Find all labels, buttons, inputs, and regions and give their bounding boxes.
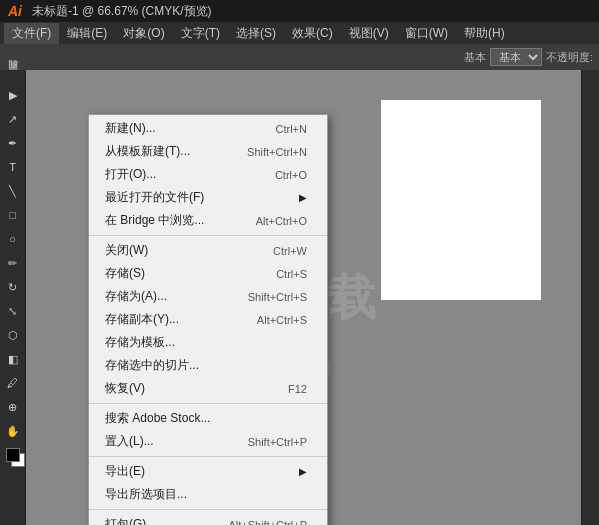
menu-save-slices[interactable]: 存储选中的切片... xyxy=(89,354,327,377)
panel-label: 椭圆 xyxy=(4,74,22,82)
menu-package-label: 打包(G)... xyxy=(105,516,156,525)
menu-save[interactable]: 存储(S) Ctrl+S xyxy=(89,262,327,285)
line-tool[interactable]: ╲ xyxy=(2,180,24,202)
gradient-tool[interactable]: ◧ xyxy=(2,348,24,370)
menu-export-arrow: ▶ xyxy=(299,466,307,477)
menu-close-label: 关闭(W) xyxy=(105,242,148,259)
menu-recent-arrow: ▶ xyxy=(299,192,307,203)
menu-save-label: 存储(S) xyxy=(105,265,145,282)
menu-object[interactable]: 对象(O) xyxy=(115,23,172,44)
menu-effect[interactable]: 效果(C) xyxy=(284,23,341,44)
menu-help[interactable]: 帮助(H) xyxy=(456,23,513,44)
menu-select[interactable]: 选择(S) xyxy=(228,23,284,44)
rotate-tool[interactable]: ↻ xyxy=(2,276,24,298)
brush-tool[interactable]: ✏ xyxy=(2,252,24,274)
menu-save-shortcut: Ctrl+S xyxy=(276,268,307,280)
sep1 xyxy=(89,235,327,236)
blend-tool[interactable]: ⬡ xyxy=(2,324,24,346)
canvas-area: 安下载 com 新建(N)... Ctrl+N 从模板新建(T)... Shif… xyxy=(26,70,581,525)
menu-bridge[interactable]: 在 Bridge 中浏览... Alt+Ctrl+O xyxy=(89,209,327,232)
select-tool[interactable]: ▶ xyxy=(2,84,24,106)
pen-tool[interactable]: ✒ xyxy=(2,132,24,154)
menu-new-from-template[interactable]: 从模板新建(T)... Shift+Ctrl+N xyxy=(89,140,327,163)
text-tool[interactable]: T xyxy=(2,156,24,178)
menu-new[interactable]: 新建(N)... Ctrl+N xyxy=(89,117,327,140)
menu-save-as-shortcut: Shift+Ctrl+S xyxy=(248,291,307,303)
menu-save-as-label: 存储为(A)... xyxy=(105,288,167,305)
menu-new-label: 新建(N)... xyxy=(105,120,156,137)
menu-text[interactable]: 文字(T) xyxy=(173,23,228,44)
menu-place[interactable]: 置入(L)... Shift+Ctrl+P xyxy=(89,430,327,453)
menu-export-label: 导出(E) xyxy=(105,463,145,480)
menu-file[interactable]: 文件(F) xyxy=(4,23,59,44)
direct-select-tool[interactable]: ↗ xyxy=(2,108,24,130)
opacity-label: 不透明度: xyxy=(546,50,593,65)
eyedropper-tool[interactable]: 🖊 xyxy=(2,372,24,394)
ellipse-tool[interactable]: ○ xyxy=(2,228,24,250)
menu-revert[interactable]: 恢复(V) F12 xyxy=(89,377,327,400)
menu-recent-label: 最近打开的文件(F) xyxy=(105,189,204,206)
scale-tool[interactable]: ⤡ xyxy=(2,300,24,322)
menu-bridge-shortcut: Alt+Ctrl+O xyxy=(256,215,307,227)
menu-close-shortcut: Ctrl+W xyxy=(273,245,307,257)
menu-export-selected[interactable]: 导出所选项目... xyxy=(89,483,327,506)
menu-new-shortcut: Ctrl+N xyxy=(276,123,307,135)
mode-select[interactable]: 基本 xyxy=(490,48,542,66)
menu-adobe-stock-label: 搜索 Adobe Stock... xyxy=(105,410,210,427)
menu-open-shortcut: Ctrl+O xyxy=(275,169,307,181)
top-toolbar: 基本 基本 不透明度: xyxy=(0,44,599,70)
hand-tool[interactable]: ✋ xyxy=(2,420,24,442)
app-logo: Ai xyxy=(8,3,22,19)
menu-save-slices-label: 存储选中的切片... xyxy=(105,357,199,374)
menu-save-copy[interactable]: 存储副本(Y)... Alt+Ctrl+S xyxy=(89,308,327,331)
menu-export-selected-label: 导出所选项目... xyxy=(105,486,187,503)
menu-close[interactable]: 关闭(W) Ctrl+W xyxy=(89,239,327,262)
menu-adobe-stock[interactable]: 搜索 Adobe Stock... xyxy=(89,407,327,430)
menu-package[interactable]: 打包(G)... Alt+Shift+Ctrl+P xyxy=(89,513,327,525)
canvas-document xyxy=(381,100,541,300)
menu-open[interactable]: 打开(O)... Ctrl+O xyxy=(89,163,327,186)
menu-package-shortcut: Alt+Shift+Ctrl+P xyxy=(228,519,307,526)
menu-save-copy-label: 存储副本(Y)... xyxy=(105,311,179,328)
menu-export[interactable]: 导出(E) ▶ xyxy=(89,460,327,483)
title-text: 未标题-1 @ 66.67% (CMYK/预览) xyxy=(32,3,212,20)
foreground-swatch[interactable] xyxy=(6,448,20,462)
tool-panel: 椭圆 ▶ ↗ ✒ T ╲ □ ○ ✏ ↻ ⤡ ⬡ ◧ 🖊 ⊕ ✋ xyxy=(0,70,26,525)
menu-bar: 文件(F) 编辑(E) 对象(O) 文字(T) 选择(S) 效果(C) 视图(V… xyxy=(0,22,599,44)
sep4 xyxy=(89,509,327,510)
menu-bridge-label: 在 Bridge 中浏览... xyxy=(105,212,204,229)
rect-tool[interactable]: □ xyxy=(2,204,24,226)
menu-save-copy-shortcut: Alt+Ctrl+S xyxy=(257,314,307,326)
file-dropdown: 新建(N)... Ctrl+N 从模板新建(T)... Shift+Ctrl+N… xyxy=(88,114,328,525)
menu-recent[interactable]: 最近打开的文件(F) ▶ xyxy=(89,186,327,209)
menu-edit[interactable]: 编辑(E) xyxy=(59,23,115,44)
menu-new-template-shortcut: Shift+Ctrl+N xyxy=(247,146,307,158)
sep2 xyxy=(89,403,327,404)
main-area: 椭圆 ▶ ↗ ✒ T ╲ □ ○ ✏ ↻ ⤡ ⬡ ◧ 🖊 ⊕ ✋ 安下载 com… xyxy=(0,70,599,525)
file-menu: 新建(N)... Ctrl+N 从模板新建(T)... Shift+Ctrl+N… xyxy=(88,114,328,525)
right-panel xyxy=(581,70,599,525)
menu-save-template-label: 存储为模板... xyxy=(105,334,175,351)
menu-new-template-label: 从模板新建(T)... xyxy=(105,143,190,160)
menu-revert-shortcut: F12 xyxy=(288,383,307,395)
menu-save-as[interactable]: 存储为(A)... Shift+Ctrl+S xyxy=(89,285,327,308)
menu-place-label: 置入(L)... xyxy=(105,433,154,450)
title-bar: Ai 未标题-1 @ 66.67% (CMYK/预览) xyxy=(0,0,599,22)
zoom-tool[interactable]: ⊕ xyxy=(2,396,24,418)
sep3 xyxy=(89,456,327,457)
menu-revert-label: 恢复(V) xyxy=(105,380,145,397)
menu-save-template[interactable]: 存储为模板... xyxy=(89,331,327,354)
menu-open-label: 打开(O)... xyxy=(105,166,156,183)
color-swatches-container xyxy=(6,448,20,462)
menu-window[interactable]: 窗口(W) xyxy=(397,23,456,44)
menu-place-shortcut: Shift+Ctrl+P xyxy=(248,436,307,448)
mode-label: 基本 xyxy=(464,50,486,65)
menu-view[interactable]: 视图(V) xyxy=(341,23,397,44)
